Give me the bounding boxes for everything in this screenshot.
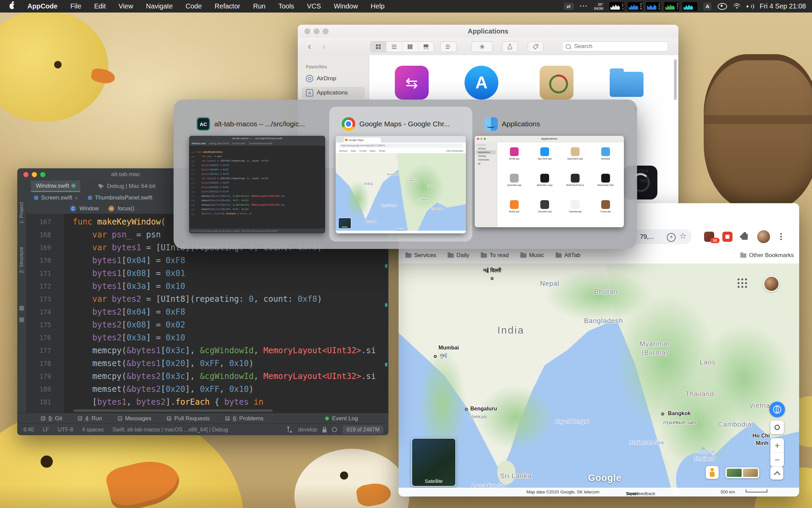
alttab-app-icon[interactable]: ⇆ (395, 66, 429, 100)
input-source-icon[interactable]: A (703, 2, 712, 10)
switcher-tile-chrome[interactable]: Google Maps - Google Chr... (342, 117, 450, 131)
sidebar-item-airdrop[interactable]: AirDrop (302, 73, 365, 84)
ssd-meter-icon[interactable]: SSD (646, 2, 661, 11)
volume-icon[interactable] (747, 4, 753, 9)
other-bookmarks[interactable]: Other Bookmarks (740, 247, 794, 263)
tool-window-button-pull-requests[interactable]: PPull Requests (167, 415, 210, 422)
app-store-app-icon[interactable]: A (465, 66, 498, 100)
wifi-icon[interactable] (733, 3, 741, 9)
strip-icon[interactable] (19, 317, 24, 322)
bookmark-folder-daily[interactable]: Daily (448, 252, 469, 259)
profile-avatar[interactable] (757, 230, 770, 243)
switcher-tile-finder[interactable]: Applications (484, 117, 540, 131)
tool-window-button-problems[interactable]: P6: Problems (225, 415, 264, 422)
memory-indicator[interactable]: 619 of 2487M (342, 425, 384, 434)
bookmark-folder-alttab[interactable]: AltTab (556, 252, 580, 259)
tool-window-button-git[interactable]: G9: Git (41, 415, 62, 422)
activity-meter-icon[interactable] (682, 2, 697, 11)
list-view-button[interactable] (386, 42, 402, 52)
git-branch-label[interactable]: develop (298, 427, 317, 433)
search-input[interactable] (573, 43, 664, 50)
close-tab-icon[interactable] (75, 195, 78, 201)
menu-item-window[interactable]: Window (334, 2, 358, 10)
satellite-toggle[interactable]: Satellite (411, 438, 456, 487)
extensions-puzzle-icon[interactable] (742, 234, 748, 240)
finder-thumbnail[interactable]: Applications FavoritesAirDropApplication… (475, 136, 624, 227)
tool-window-button-run[interactable]: R4: Run (78, 415, 102, 422)
back-button[interactable]: ‹ (308, 40, 311, 52)
tab-screen-swift[interactable]: Screen.swift (30, 192, 82, 204)
menu-item-help[interactable]: Help (371, 2, 385, 10)
tool-window-button-event-log[interactable]: Event Log (325, 415, 388, 422)
bookmark-folder-music[interactable]: Music (520, 252, 544, 259)
tags-button[interactable] (528, 41, 543, 52)
mem-meter-icon[interactable]: MEM (628, 2, 642, 11)
breadcrumb-method[interactable]: focus() (118, 206, 134, 212)
menu-bar-clock[interactable]: Fri 4 Sep 21:08 (760, 2, 806, 10)
display-arrows-icon[interactable]: ⇄ (564, 3, 574, 10)
menu-item-view[interactable]: View (119, 2, 133, 10)
map-canvas[interactable]: नई दिल्लीNepalBhutanBangladeshIndiaMumba… (399, 263, 799, 496)
appcode-thumbnail[interactable]: alt-tab-macos — .../src/logic/Window.swi… (189, 136, 325, 233)
apple-menu-icon[interactable] (9, 3, 15, 9)
tab-window-swift[interactable]: Window.swift (31, 181, 80, 192)
tool-window-button-messages[interactable]: MMessages (118, 415, 151, 422)
menu-item-tools[interactable]: Tools (278, 2, 294, 10)
zoom-out-button[interactable]: − (770, 453, 784, 467)
menu-item-vcs[interactable]: VCS (307, 2, 321, 10)
install-icon[interactable]: + (667, 233, 676, 242)
group-by-button[interactable] (441, 42, 456, 52)
pegman-icon[interactable] (706, 466, 719, 479)
chrome-thumbnail[interactable]: Google Maps https://www.google.com/maps/… (336, 136, 466, 233)
run-configuration-selector[interactable]: Debug | Mac 64-bit (98, 183, 155, 190)
imagery-thumbnails[interactable] (725, 467, 759, 478)
column-view-button[interactable] (402, 42, 418, 52)
zoom-in-button[interactable]: + (770, 438, 784, 453)
strip-icon[interactable] (19, 306, 24, 311)
appcleaner-app-icon[interactable] (540, 66, 573, 100)
share-button[interactable] (502, 41, 518, 52)
gallery-view-button[interactable] (418, 42, 434, 52)
scrollbar[interactable] (674, 59, 677, 100)
bookmark-star-icon[interactable]: ☆ (679, 231, 687, 241)
cpu-meter-icon[interactable]: CPU (609, 2, 624, 11)
icon-view-button[interactable] (370, 42, 386, 52)
minimize-button[interactable] (32, 172, 37, 177)
menu-item-edit[interactable]: Edit (94, 2, 106, 10)
folder-icon[interactable] (610, 66, 644, 100)
bookmark-folder-services[interactable]: Services (405, 252, 436, 259)
more-status-icon[interactable]: ··· (580, 3, 588, 10)
tool-window-structure[interactable]: 2: Structure (18, 247, 24, 273)
net-meter-icon[interactable]: NET (664, 2, 679, 11)
tool-window-project[interactable]: 1: Project (18, 202, 24, 224)
finder-search-field[interactable] (562, 41, 668, 51)
finder-titlebar[interactable]: Applications (298, 25, 678, 38)
sidebar-item-applications[interactable]: A Applications (302, 87, 365, 99)
chrome-menu-icon[interactable] (780, 233, 782, 240)
app-menu-appcode[interactable]: AppCode (27, 2, 58, 10)
account-avatar[interactable] (763, 276, 780, 292)
forward-button[interactable]: › (322, 40, 325, 52)
map-footer-link-send-feedback[interactable]: Send feedback (626, 491, 655, 496)
horizontal-scrollbar[interactable] (73, 409, 273, 412)
menu-item-run[interactable]: Run (253, 2, 266, 10)
action-menu-button[interactable] (471, 41, 493, 52)
menu-item-refactor[interactable]: Refactor (215, 2, 240, 10)
google-apps-grid-icon[interactable] (738, 278, 740, 280)
tab-thumbnailspanel-swift[interactable]: ThumbnailsPanel.swift (84, 192, 156, 204)
switcher-tile-appcode[interactable]: AC alt-tab-macos – .../src/logic... (197, 117, 305, 131)
globe-button[interactable] (769, 402, 785, 417)
close-button[interactable] (23, 172, 28, 177)
breadcrumb-class[interactable]: Window (80, 206, 99, 212)
weather-bandwidth-widget[interactable]: 36° 840M (594, 2, 604, 10)
collapse-button[interactable] (770, 467, 783, 480)
eye-icon[interactable] (718, 3, 727, 10)
extension-icon[interactable] (722, 232, 732, 242)
menu-item-navigate[interactable]: Navigate (146, 2, 173, 10)
menu-item-file[interactable]: File (70, 2, 81, 10)
menu-item-code[interactable]: Code (186, 2, 202, 10)
error-stripe-mark[interactable] (385, 303, 387, 307)
my-location-button[interactable] (770, 421, 784, 434)
error-stripe-mark[interactable] (385, 363, 387, 366)
error-stripe-mark[interactable] (385, 264, 387, 268)
